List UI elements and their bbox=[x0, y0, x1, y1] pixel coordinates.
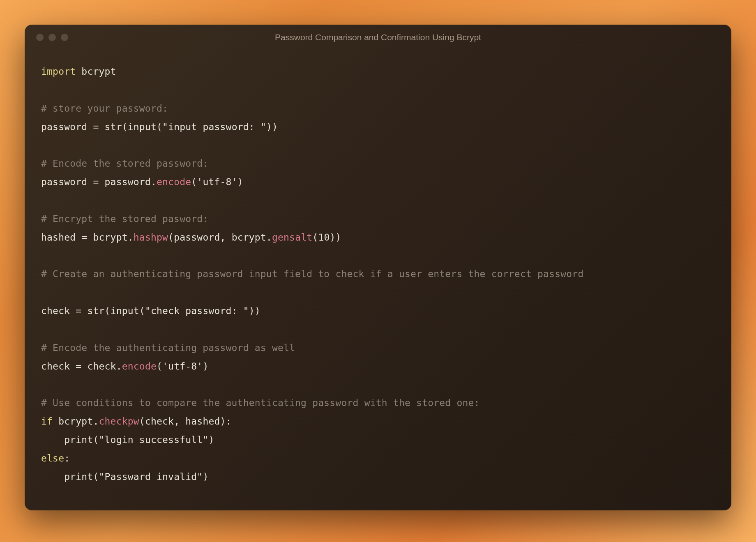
builtin: input bbox=[128, 122, 157, 132]
method: checkpw bbox=[99, 416, 139, 427]
code-line-blank bbox=[41, 191, 715, 210]
code-line: # Encode the stored password: bbox=[41, 154, 715, 173]
variable: hashed bbox=[41, 232, 76, 243]
code-line-blank bbox=[41, 246, 715, 265]
variable: check bbox=[41, 305, 70, 316]
code-line: check = str(input("check password: ")) bbox=[41, 302, 715, 320]
code-line-blank bbox=[41, 320, 715, 339]
code-line-blank bbox=[41, 136, 715, 154]
string-literal: "login successfull" bbox=[99, 434, 209, 445]
close-icon[interactable] bbox=[36, 34, 44, 41]
code-line: # Use conditions to compare the authenti… bbox=[41, 394, 715, 412]
code-line: import bcrypt bbox=[41, 62, 715, 81]
keyword-import: import bbox=[41, 66, 76, 77]
code-line: password = password.encode('utf-8') bbox=[41, 173, 715, 191]
method: encode bbox=[157, 177, 191, 187]
builtin: str bbox=[105, 122, 122, 132]
module-name: bcrypt bbox=[81, 66, 116, 77]
keyword-if: if bbox=[41, 416, 53, 427]
string-literal: "input password: " bbox=[162, 122, 266, 132]
string-literal: "Passward invalid" bbox=[99, 471, 203, 482]
code-line: else: bbox=[41, 449, 715, 468]
minimize-icon[interactable] bbox=[48, 34, 56, 41]
method: encode bbox=[122, 361, 157, 372]
string-literal: "check password: " bbox=[145, 305, 249, 316]
code-line: password = str(input("input password: ")… bbox=[41, 118, 715, 136]
variable: check bbox=[41, 361, 70, 372]
builtin: print bbox=[64, 471, 93, 482]
variable: password bbox=[41, 177, 87, 187]
comment: # Use conditions to compare the authenti… bbox=[41, 397, 480, 408]
window-title: Password Comparison and Confirmation Usi… bbox=[275, 32, 481, 42]
code-line: # store your password: bbox=[41, 99, 715, 118]
code-line: # Encode the authenticating password as … bbox=[41, 339, 715, 357]
code-line-blank bbox=[41, 283, 715, 302]
string-literal: 'utf-8' bbox=[162, 361, 203, 372]
code-line-blank bbox=[41, 81, 715, 99]
comment: # Encrypt the stored pasword: bbox=[41, 214, 208, 224]
builtin: print bbox=[64, 434, 93, 445]
string-literal: 'utf-8' bbox=[197, 177, 237, 187]
traffic-lights bbox=[36, 34, 68, 41]
maximize-icon[interactable] bbox=[61, 34, 68, 41]
code-line: # Create an authenticating password inpu… bbox=[41, 265, 715, 283]
comment: # Encode the authenticating password as … bbox=[41, 342, 295, 353]
code-line: # Encrypt the stored pasword: bbox=[41, 210, 715, 228]
titlebar: Password Comparison and Confirmation Usi… bbox=[25, 25, 731, 50]
method: gensalt bbox=[272, 232, 312, 243]
variable: password bbox=[41, 122, 87, 132]
code-window: Password Comparison and Confirmation Usi… bbox=[25, 25, 731, 510]
keyword-else: else bbox=[41, 453, 64, 464]
comment: # store your password: bbox=[41, 103, 168, 114]
method: hashpw bbox=[134, 232, 168, 243]
comment: # Create an authenticating password inpu… bbox=[41, 269, 583, 279]
code-line: print("login successfull") bbox=[41, 431, 715, 449]
code-line-blank bbox=[41, 375, 715, 394]
code-line: hashed = bcrypt.hashpw(password, bcrypt.… bbox=[41, 228, 715, 247]
code-editor[interactable]: import bcrypt # store your password: pas… bbox=[25, 50, 731, 510]
code-line: check = check.encode('utf-8') bbox=[41, 357, 715, 376]
builtin: input bbox=[111, 305, 139, 316]
code-line: print("Passward invalid") bbox=[41, 468, 715, 486]
code-line: if bcrypt.checkpw(check, hashed): bbox=[41, 412, 715, 431]
builtin: str bbox=[87, 305, 104, 316]
comment: # Encode the stored password: bbox=[41, 158, 208, 169]
number-literal: 10 bbox=[318, 232, 330, 243]
